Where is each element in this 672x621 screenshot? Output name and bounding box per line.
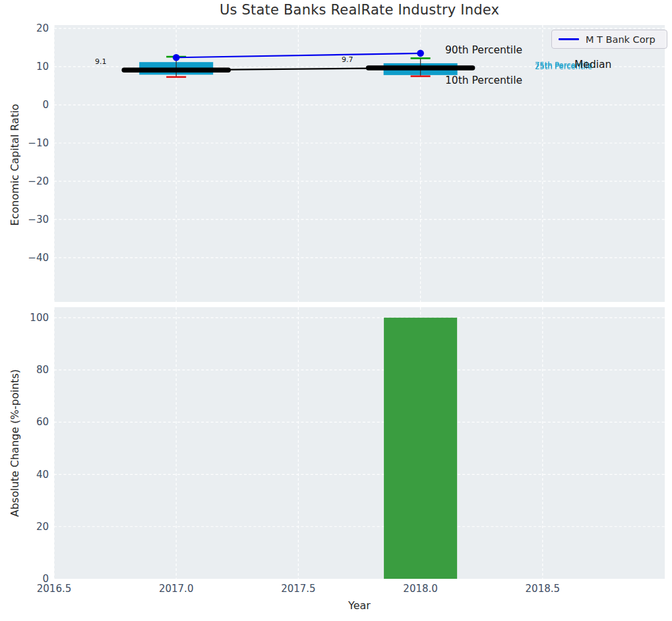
bottom-y-tick-label: 100	[0, 312, 49, 324]
x-tick-label: 2017.5	[268, 583, 328, 595]
chart-title: Us State Banks RealRate Industry Index	[54, 2, 665, 18]
top-y-tick-label: 20	[0, 22, 49, 34]
top-y-tick-label: −30	[0, 214, 49, 225]
median-label: Median	[574, 59, 611, 71]
median-value-annotation-2017: 9.1	[95, 58, 107, 66]
bottom-y-tick-label: 60	[0, 416, 49, 428]
p90-label: 90th Percentile	[445, 45, 522, 56]
legend-label: M T Bank Corp	[586, 34, 656, 45]
x-axis-label: Year	[54, 599, 665, 612]
top-y-tick-label: −20	[0, 175, 49, 187]
top-y-tick-label: 10	[0, 61, 49, 73]
top-y-tick-label: −40	[0, 252, 49, 264]
company-marker	[417, 50, 424, 57]
change-bar	[384, 318, 457, 579]
company-marker	[173, 54, 180, 61]
bottom-y-axis-label: Absolute Change (%-points)	[9, 369, 21, 517]
legend-line-sample	[559, 38, 579, 40]
p10-label: 10th Percentile	[445, 75, 522, 86]
bottom-plot-area	[54, 307, 665, 579]
x-tick-label: 2016.5	[24, 583, 84, 595]
x-tick-label: 2017.0	[146, 583, 206, 595]
x-tick-label: 2018.0	[391, 583, 450, 595]
top-y-tick-label: 0	[0, 99, 49, 111]
legend: M T Bank Corp	[551, 30, 667, 49]
bar-chart-canvas	[54, 307, 665, 579]
bottom-y-tick-label: 20	[0, 521, 49, 533]
bottom-y-tick-label: 40	[0, 469, 49, 481]
top-plot-area: 9.1 9.7 90th Percentile 10th Percentile …	[54, 25, 665, 302]
bottom-y-tick-label: 80	[0, 364, 49, 376]
top-y-tick-label: −10	[0, 137, 49, 149]
median-value-annotation-2018: 9.7	[342, 56, 353, 64]
top-y-axis-label: Economic Capital Ratio	[9, 104, 21, 226]
x-tick-label: 2018.5	[513, 583, 572, 595]
